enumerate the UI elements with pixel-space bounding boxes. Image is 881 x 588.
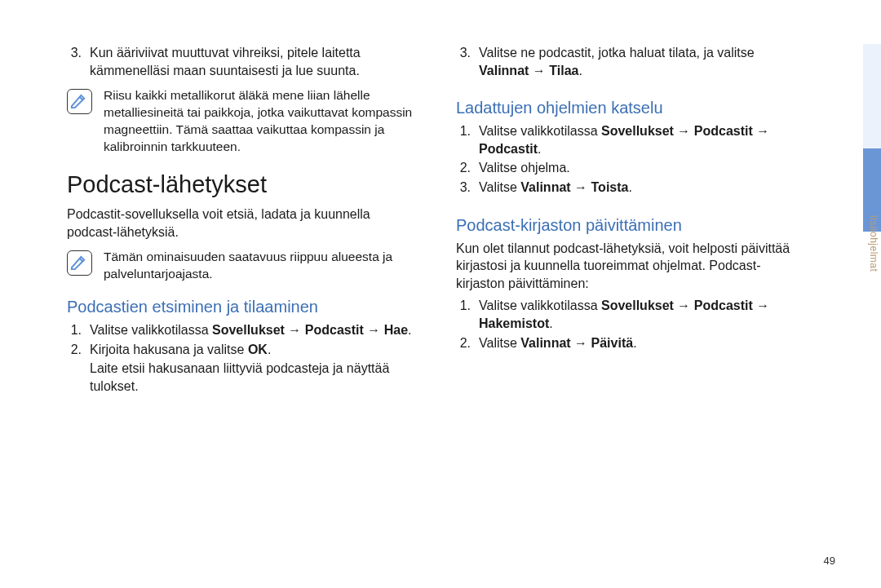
- note-callout: Tämän ominaisuuden saatavuus riippuu alu…: [67, 249, 418, 283]
- two-column-layout: 3. Kun ääriviivat muuttuvat vihreiksi, p…: [67, 44, 808, 395]
- note-icon-wrap: [67, 249, 104, 283]
- note-icon: [67, 250, 92, 276]
- subheading-search: Podcastien etsiminen ja tilaaminen: [67, 296, 418, 318]
- text: .: [268, 343, 271, 356]
- arrow: →: [571, 336, 591, 350]
- list-continuation: Laite etsii hakusanaan liittyviä podcast…: [90, 360, 418, 395]
- bold-text: Tilaa: [549, 64, 578, 77]
- list-item: 1. Valitse valikkotilassa Sovellukset → …: [67, 321, 418, 339]
- list-body: Valitse valikkotilassa Sovellukset → Pod…: [90, 321, 418, 339]
- left-column: 3. Kun ääriviivat muuttuvat vihreiksi, p…: [67, 44, 418, 395]
- text: Valitse valikkotilassa: [479, 298, 601, 312]
- bold-text: OK: [248, 343, 268, 356]
- list-number: 1.: [456, 297, 479, 332]
- list-number: 2.: [67, 341, 90, 359]
- list-item: 2. Valitse ohjelma.: [456, 159, 808, 177]
- text: .: [578, 64, 582, 77]
- text: Valitse valikkotilassa: [479, 124, 601, 138]
- list-item: 3. Kun ääriviivat muuttuvat vihreiksi, p…: [67, 44, 418, 79]
- paragraph: Podcastit-sovelluksella voit etsiä, lada…: [67, 206, 418, 241]
- list-body: Valitse valikkotilassa Sovellukset → Pod…: [479, 297, 808, 332]
- text: .: [628, 180, 631, 194]
- bold-text: Podcastit: [694, 124, 753, 138]
- arrow: →: [753, 298, 769, 312]
- document-page: lisäohjelmat 3. Kun ääriviivat muuttuvat…: [0, 0, 881, 588]
- note-callout: Riisu kaikki metallikorut äläkä mene lii…: [67, 87, 418, 156]
- list-item: 1. Valitse valikkotilassa Sovellukset → …: [456, 122, 808, 157]
- arrow: →: [674, 298, 694, 312]
- bold-text: Sovellukset: [601, 124, 674, 138]
- bold-text: Sovellukset: [212, 323, 285, 337]
- list-number: 1.: [67, 321, 90, 339]
- bold-text: Päivitä: [591, 336, 634, 350]
- arrow: →: [753, 124, 769, 138]
- list-body: Kirjoita hakusana ja valitse OK.: [90, 341, 418, 359]
- arrow: →: [285, 323, 305, 337]
- note-icon: [67, 89, 92, 114]
- bold-text: Podcastit: [694, 298, 753, 312]
- bold-text: Valinnat: [520, 180, 570, 194]
- list-number: 3.: [456, 44, 479, 79]
- list-body: Valitse ne podcastit, jotka haluat tilat…: [479, 44, 808, 79]
- text: Kirjoita hakusana ja valitse: [90, 343, 248, 356]
- paragraph: Kun olet tilannut podcast-lähetyksiä, vo…: [456, 240, 808, 293]
- right-column: 3. Valitse ne podcastit, jotka haluat ti…: [456, 44, 808, 395]
- note-text: Riisu kaikki metallikorut äläkä mene lii…: [104, 87, 418, 156]
- arrow: →: [364, 323, 384, 337]
- bold-text: Toista: [591, 180, 629, 194]
- text: .: [538, 142, 541, 156]
- list-item: 3. Valitse ne podcastit, jotka haluat ti…: [456, 44, 808, 79]
- arrow: →: [529, 64, 549, 77]
- text: Valitse: [479, 180, 520, 194]
- list-body: Kun ääriviivat muuttuvat vihreiksi, pite…: [90, 44, 418, 79]
- arrow: →: [674, 124, 694, 138]
- heading-podcast: Podcast-lähetykset: [67, 169, 418, 201]
- note-text: Tämän ominaisuuden saatavuus riippuu alu…: [104, 249, 418, 283]
- arrow: →: [571, 180, 591, 194]
- subheading-update: Podcast-kirjaston päivittäminen: [456, 214, 808, 237]
- list-body: Valitse valikkotilassa Sovellukset → Pod…: [479, 122, 808, 157]
- text: .: [408, 323, 411, 337]
- list-item: 1. Valitse valikkotilassa Sovellukset → …: [456, 297, 808, 332]
- list-body: Valitse Valinnat → Päivitä.: [479, 334, 808, 352]
- bold-text: Sovellukset: [601, 298, 674, 312]
- list-item: 2. Valitse Valinnat → Päivitä.: [456, 334, 808, 352]
- bold-text: Hae: [384, 323, 408, 337]
- bold-text: Valinnat: [520, 336, 570, 350]
- side-tab-light: [863, 44, 881, 148]
- list-number: 3.: [456, 179, 479, 197]
- side-tab-label: lisäohjelmat: [868, 215, 879, 272]
- side-tab: lisäohjelmat: [858, 44, 881, 289]
- list-number: 1.: [456, 122, 479, 157]
- list-body: Valitse Valinnat → Toista.: [479, 179, 808, 197]
- list-item: 2. Kirjoita hakusana ja valitse OK.: [67, 341, 418, 359]
- bold-text: Valinnat: [479, 64, 529, 77]
- list-number: 2.: [456, 159, 479, 177]
- list-item: 3. Valitse Valinnat → Toista.: [456, 179, 808, 197]
- bold-text: Podcastit: [479, 142, 538, 156]
- page-number: 49: [824, 555, 835, 567]
- text: Valitse valikkotilassa: [90, 323, 212, 337]
- list-body: Valitse ohjelma.: [479, 159, 808, 177]
- text: Valitse ne podcastit, jotka haluat tilat…: [479, 46, 755, 60]
- note-icon-wrap: [67, 87, 104, 156]
- text: Valitse: [479, 336, 520, 350]
- text: .: [549, 316, 552, 330]
- bold-text: Podcastit: [305, 323, 364, 337]
- list-number: 3.: [67, 44, 90, 79]
- list-number: 2.: [456, 334, 479, 352]
- text: .: [633, 336, 636, 350]
- bold-text: Hakemistot: [479, 316, 549, 330]
- subheading-view: Ladattujen ohjelmien katselu: [456, 97, 808, 119]
